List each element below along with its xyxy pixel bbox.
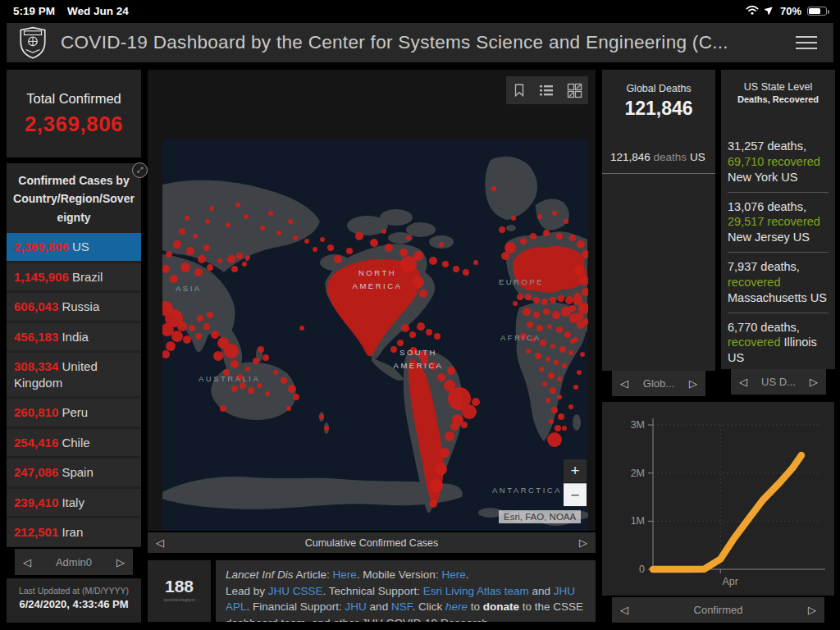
pager-prev-icon[interactable]: ◁ (620, 377, 628, 390)
outbreak-dot (273, 370, 278, 375)
outbreak-dot (185, 216, 189, 221)
outbreak-dot (547, 432, 562, 447)
outbreak-dot (436, 463, 447, 475)
outbreak-dot (288, 219, 293, 224)
outbreak-dot (245, 367, 250, 372)
country-row[interactable]: 260,810 Peru (7, 399, 141, 427)
basemap-grid-icon[interactable] (567, 83, 582, 98)
country-row[interactable]: 2,369,806 US (7, 233, 141, 261)
info-text-segment: Lead by (226, 585, 268, 597)
outbreak-dot (453, 266, 459, 272)
outbreak-dot (549, 419, 554, 424)
country-row[interactable]: 254,416 Chile (7, 429, 141, 457)
info-link[interactable]: JHU (345, 600, 367, 613)
info-text-segment: . Technical Support: (323, 585, 423, 597)
outbreak-dot (461, 422, 468, 428)
country-row[interactable]: 212,501 Iran (7, 518, 141, 546)
outbreak-dot (472, 398, 480, 406)
map-toolbar (506, 76, 588, 104)
last-updated-label: Last Updated at (M/D/YYYY) (7, 586, 141, 596)
pager-next-icon[interactable]: ▷ (808, 604, 816, 616)
outbreak-dot (231, 360, 239, 368)
bookmark-icon[interactable] (512, 82, 527, 98)
pager-next-icon[interactable]: ▷ (689, 377, 697, 390)
outbreak-dot (536, 325, 543, 331)
outbreak-dot (346, 248, 353, 254)
info-link[interactable]: Esri Living Atlas team (423, 585, 529, 597)
battery-icon (807, 7, 827, 16)
admin-pager: ◁ Admin0 ▷ (15, 549, 133, 575)
pager-next-icon[interactable]: ▷ (579, 536, 587, 549)
outbreak-dot (499, 226, 505, 233)
us-state-item[interactable]: 7,937 deaths, recovered Massachusetts US (728, 253, 829, 313)
clock-date: Wed Jun 24 (67, 5, 129, 17)
us-state-item[interactable]: 6,770 deaths, recovered Illinois US (728, 313, 829, 369)
pager-prev-icon[interactable]: ◁ (739, 376, 747, 388)
world-map[interactable]: ASIAAUSTRALIANORTH AMERICASOUTH AMERICAE… (162, 139, 588, 531)
outbreak-dot (324, 426, 329, 431)
outbreak-dot (413, 251, 423, 261)
pager-next-icon[interactable]: ▷ (810, 376, 818, 388)
outbreak-dot (523, 308, 531, 316)
country-row[interactable]: 1,145,906 Brazil (7, 263, 141, 291)
app-header: COVID-19 Dashboard by the Center for Sys… (7, 23, 833, 62)
jhu-shield-logo (18, 26, 48, 59)
pager-next-icon[interactable]: ▷ (116, 556, 125, 568)
info-link[interactable]: JHU CSSE (268, 585, 323, 597)
info-link[interactable]: here (445, 600, 468, 613)
country-row[interactable]: 239,410 Italy (7, 489, 141, 517)
pager-prev-icon[interactable]: ◁ (23, 556, 31, 568)
outbreak-dot (231, 266, 238, 272)
outbreak-dot (568, 350, 573, 355)
countries-count: 188 (148, 577, 211, 596)
info-link[interactable]: Here (333, 568, 357, 581)
outbreak-dot (304, 239, 309, 244)
outbreak-dot (570, 339, 575, 344)
outbreak-dot (198, 255, 206, 263)
outbreak-dot (209, 206, 214, 211)
info-text-segment: . Click (412, 600, 445, 613)
global-deaths-item[interactable]: 121,846 deaths US (602, 147, 715, 174)
outbreak-dot (205, 219, 210, 224)
country-row[interactable]: 308,334 United Kingdom (7, 353, 141, 396)
country-row[interactable]: 606,043 Russia (7, 293, 141, 321)
outbreak-dot (171, 331, 183, 342)
zoom-out-button[interactable]: − (564, 483, 587, 506)
outbreak-dot (548, 372, 555, 379)
outbreak-dot (355, 232, 363, 240)
country-row[interactable]: 247,086 Spain (7, 459, 141, 486)
hamburger-menu-icon[interactable] (796, 32, 817, 53)
country-name: Brazil (72, 270, 103, 284)
outbreak-dot (258, 346, 264, 353)
expand-icon[interactable]: ⤢ (132, 162, 148, 178)
confirmed-trend-chart-panel[interactable]: 01M2M3MApr (602, 402, 834, 596)
pager-prev-icon[interactable]: ◁ (156, 536, 164, 549)
outbreak-dot (268, 211, 273, 216)
pager-label: Cumulative Confirmed Cases (164, 537, 579, 549)
wifi-icon (746, 5, 759, 17)
outbreak-dot (533, 312, 540, 318)
us-state-item[interactable]: 31,257 deaths, 69,710 recovered New York… (728, 132, 829, 193)
pager-prev-icon[interactable]: ◁ (620, 604, 628, 616)
outbreak-dot (385, 244, 393, 252)
outbreak-dot (547, 324, 552, 329)
zoom-in-button[interactable]: + (564, 459, 587, 482)
outbreak-dot (440, 448, 450, 458)
outbreak-dot (203, 323, 210, 330)
outbreak-dot (554, 360, 559, 365)
info-text-segment: and (367, 600, 391, 613)
chart-pager: ◁ Confirmed ▷ (612, 597, 824, 623)
map-continent-label: ASIA (176, 282, 202, 295)
us-state-item[interactable]: 13,076 deaths, 29,517 recovered New Jers… (728, 193, 829, 253)
info-link[interactable]: Here (441, 568, 465, 581)
outbreak-dot (177, 322, 187, 331)
outbreak-dot (504, 242, 516, 253)
info-link[interactable]: NSF (391, 600, 413, 613)
legend-list-icon[interactable] (538, 83, 555, 98)
total-confirmed-label: Total Confirmed (7, 91, 141, 107)
outbreak-dot (320, 237, 325, 242)
outbreak-dot (530, 233, 536, 240)
outbreak-dot (546, 357, 550, 362)
outbreak-dot (429, 500, 437, 508)
country-row[interactable]: 456,183 India (7, 323, 141, 351)
